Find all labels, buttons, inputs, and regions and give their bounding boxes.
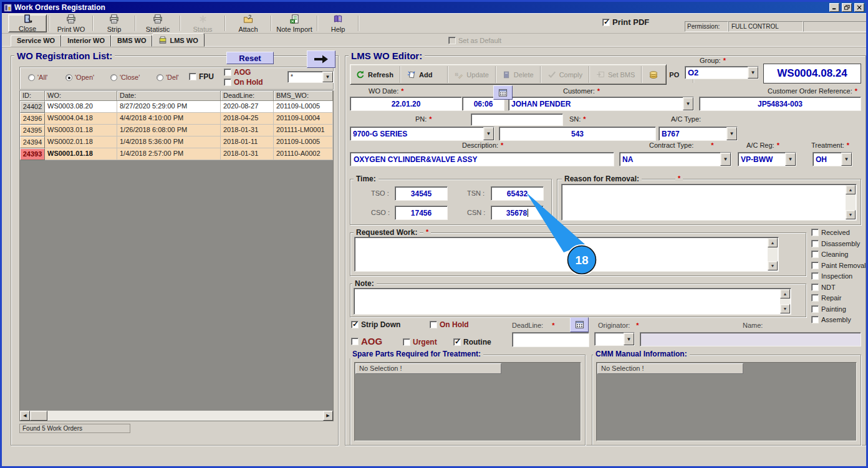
- fpu-checkbox[interactable]: [189, 73, 196, 80]
- note-import-button[interactable]: Note Import: [274, 14, 315, 33]
- ndt-checkbox[interactable]: [811, 284, 819, 291]
- filter-del-radio[interactable]: [157, 74, 163, 81]
- vertical-scrollbar[interactable]: ▲ ▼: [768, 238, 778, 270]
- scroll-up-icon[interactable]: ▲: [780, 289, 790, 298]
- aog-filter-checkbox[interactable]: [224, 69, 231, 76]
- requested-work-textarea[interactable]: ▲ ▼: [354, 237, 779, 272]
- chevron-down-icon[interactable]: ▼: [785, 153, 796, 166]
- horizontal-scrollbar[interactable]: ◀ ▶: [20, 411, 333, 421]
- print-pdf-checkbox[interactable]: [602, 19, 610, 26]
- csn-field[interactable]: 35678: [491, 206, 544, 220]
- column-header-id[interactable]: ID:: [20, 91, 45, 101]
- list-search-combo[interactable]: * ▼: [287, 71, 334, 83]
- column-header-wo[interactable]: WO:: [45, 91, 117, 101]
- scroll-down-icon[interactable]: ▼: [846, 210, 856, 219]
- open-editor-arrow-button[interactable]: [307, 50, 335, 68]
- tab-bms-wo[interactable]: BMS WO: [111, 35, 152, 47]
- cso-field[interactable]: 17456: [395, 206, 448, 220]
- print-wo-button[interactable]: Print WO: [52, 14, 90, 33]
- spare-parts-list[interactable]: No Selection !: [354, 362, 581, 441]
- po-button[interactable]: PO: [644, 70, 691, 79]
- column-header-deadline[interactable]: DeadLine:: [221, 91, 274, 101]
- on-hold-checkbox[interactable]: [430, 321, 437, 328]
- sn-field[interactable]: 543: [499, 127, 656, 141]
- help-button[interactable]: Help: [320, 14, 356, 33]
- strip-down-checkbox[interactable]: [351, 321, 359, 328]
- pn-combo[interactable]: 9700-G SERIES ▼: [350, 127, 494, 141]
- scroll-right-icon[interactable]: ▶: [323, 411, 333, 421]
- restore-button[interactable]: [842, 3, 852, 12]
- chevron-down-icon[interactable]: ▼: [683, 97, 693, 110]
- group-combo[interactable]: O2 ▼: [685, 66, 759, 79]
- tab-interior-wo[interactable]: Interior WO: [61, 35, 111, 47]
- strip-button[interactable]: Strip: [95, 14, 133, 33]
- filter-open-radio[interactable]: [65, 74, 72, 81]
- pn-extra-field[interactable]: [471, 113, 563, 126]
- chevron-down-icon[interactable]: ▼: [841, 153, 852, 166]
- scroll-down-icon[interactable]: ▼: [780, 304, 790, 313]
- chevron-down-icon[interactable]: ▼: [483, 127, 494, 140]
- table-row[interactable]: 24396 WS0004.04.18 4/4/2018 4:10:00 PM 2…: [20, 113, 333, 125]
- chevron-down-icon[interactable]: ▼: [624, 333, 634, 345]
- filter-close-radio[interactable]: [110, 74, 117, 81]
- routine-checkbox[interactable]: [453, 338, 461, 346]
- close-window-button[interactable]: [854, 3, 864, 12]
- close-button[interactable]: Close: [8, 14, 47, 32]
- scroll-up-icon[interactable]: ▲: [846, 185, 856, 194]
- painting-checkbox[interactable]: [811, 305, 819, 313]
- scroll-up-icon[interactable]: ▲: [768, 238, 778, 247]
- chevron-down-icon[interactable]: ▼: [322, 72, 333, 82]
- refresh-button[interactable]: Refresh: [352, 70, 398, 79]
- chevron-down-icon[interactable]: ▼: [726, 127, 737, 140]
- deadline-calendar-button[interactable]: [570, 317, 589, 332]
- treatment-combo[interactable]: OH ▼: [813, 152, 852, 166]
- customer-order-reference-field[interactable]: JP54834-003: [699, 97, 861, 111]
- on-hold-filter-checkbox[interactable]: [224, 79, 231, 86]
- ac-type-combo[interactable]: B767 ▼: [658, 127, 738, 141]
- scroll-left-icon[interactable]: ◀: [20, 411, 30, 421]
- ac-reg-combo[interactable]: VP-BWW ▼: [738, 152, 796, 166]
- column-header-date[interactable]: Date:: [117, 91, 221, 101]
- statistic-button[interactable]: Statistic: [138, 14, 178, 33]
- note-textarea[interactable]: ▲ ▼: [354, 288, 791, 315]
- cleaning-checkbox[interactable]: [811, 251, 819, 258]
- vertical-scrollbar[interactable]: ▲ ▼: [780, 289, 790, 313]
- scrollbar-thumb[interactable]: [30, 411, 47, 421]
- description-field[interactable]: OXYGEN CYLINDER&VALVE ASSY: [350, 152, 614, 166]
- table-row[interactable]: 24395 WS0003.01.18 1/26/2018 6:08:00 PM …: [20, 125, 333, 136]
- tso-field[interactable]: 34545: [395, 186, 448, 201]
- paint-removal-checkbox[interactable]: [811, 262, 819, 269]
- attach-button[interactable]: Attach: [228, 14, 269, 33]
- received-checkbox[interactable]: [811, 229, 819, 236]
- add-button[interactable]: Add: [403, 70, 445, 79]
- tsn-field[interactable]: 65432: [491, 186, 544, 201]
- cmm-list[interactable]: No Selection !: [596, 362, 857, 441]
- table-row[interactable]: 24394 WS0002.01.18 1/4/2018 5:36:00 PM 2…: [20, 136, 333, 148]
- assembly-checkbox[interactable]: [811, 316, 819, 323]
- tab-service-wo[interactable]: Service WO: [11, 35, 61, 47]
- disassembly-checkbox[interactable]: [811, 240, 819, 247]
- filter-all-radio[interactable]: [28, 74, 35, 81]
- tab-lms-wo[interactable]: LMS WO: [152, 33, 204, 47]
- urgent-checkbox[interactable]: [403, 338, 410, 346]
- wo-date-calendar-button[interactable]: [493, 85, 513, 100]
- customer-combo[interactable]: JOHAN PENDER ▼: [508, 97, 694, 111]
- reset-button[interactable]: Reset: [226, 52, 274, 64]
- table-row[interactable]: 24402 WS0003.08.20 8/27/2020 5:29:00 PM …: [20, 101, 333, 113]
- reason-for-removal-textarea[interactable]: ▲ ▼: [561, 184, 857, 221]
- table-row-selected[interactable]: 24393 WS0001.01.18 1/4/2018 2:57:00 PM 2…: [20, 148, 333, 160]
- chevron-down-icon[interactable]: ▼: [748, 67, 758, 79]
- wo-date-field[interactable]: 22.01.20: [350, 97, 462, 111]
- chevron-down-icon[interactable]: ▼: [720, 153, 731, 166]
- vertical-scrollbar[interactable]: ▲ ▼: [846, 185, 856, 219]
- contract-type-combo[interactable]: NA ▼: [619, 152, 731, 166]
- originator-combo[interactable]: ▼: [594, 332, 635, 346]
- inspection-checkbox[interactable]: [811, 272, 819, 280]
- minimize-button[interactable]: [829, 3, 839, 12]
- column-header-bms-wo[interactable]: BMS_WO:: [274, 91, 333, 101]
- scroll-down-icon[interactable]: ▼: [768, 261, 778, 270]
- deadline-field[interactable]: [512, 332, 589, 347]
- repair-checkbox[interactable]: [811, 294, 819, 302]
- name-field[interactable]: [640, 332, 861, 346]
- aog-checkbox[interactable]: [351, 338, 359, 345]
